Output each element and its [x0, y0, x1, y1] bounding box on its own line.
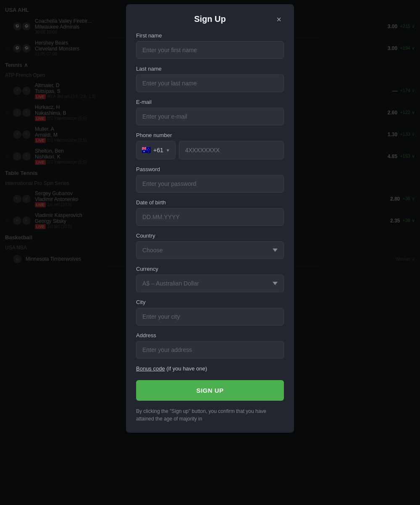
address-group: Address	[136, 332, 284, 359]
signup-modal: Sign Up × First name Last name E-mail Ph…	[126, 4, 294, 433]
email-label: E-mail	[136, 99, 284, 105]
last-name-input[interactable]	[136, 74, 284, 92]
bonus-code-suffix: (if you have one)	[165, 365, 207, 372]
address-input[interactable]	[136, 341, 284, 359]
email-input[interactable]	[136, 108, 284, 125]
last-name-label: Last name	[136, 66, 284, 72]
australia-flag-icon: 🇦🇺	[142, 145, 151, 155]
phone-group: Phone number 🇦🇺 +61 ▼	[136, 132, 284, 159]
modal-overlay: Sign Up × First name Last name E-mail Ph…	[0, 0, 420, 505]
currency-select[interactable]: A$ – Australian Dollar US Dollar Euro	[136, 275, 284, 292]
first-name-group: First name	[136, 32, 284, 59]
currency-group: Currency A$ – Australian Dollar US Dolla…	[136, 266, 284, 292]
bonus-code-link[interactable]: Bonus code	[136, 365, 165, 372]
phone-row: 🇦🇺 +61 ▼	[136, 141, 284, 159]
phone-country-selector[interactable]: 🇦🇺 +61 ▼	[136, 141, 176, 159]
dob-group: Date of birth	[136, 199, 284, 226]
city-group: City	[136, 299, 284, 325]
close-button[interactable]: ×	[274, 14, 284, 24]
phone-code: +61	[153, 147, 163, 153]
modal-title: Sign Up	[194, 14, 226, 24]
first-name-label: First name	[136, 32, 284, 39]
dob-input[interactable]	[136, 208, 284, 226]
address-label: Address	[136, 332, 284, 338]
currency-label: Currency	[136, 266, 284, 272]
country-select[interactable]: Choose Australia United States United Ki…	[136, 241, 284, 259]
chevron-down-icon: ▼	[166, 148, 170, 153]
email-group: E-mail	[136, 99, 284, 125]
password-group: Password	[136, 166, 284, 193]
first-name-input[interactable]	[136, 41, 284, 59]
password-input[interactable]	[136, 175, 284, 193]
city-input[interactable]	[136, 308, 284, 325]
country-group: Country Choose Australia United States U…	[136, 233, 284, 259]
password-label: Password	[136, 166, 284, 172]
city-label: City	[136, 299, 284, 305]
bonus-code-row: Bonus code (if you have one)	[136, 365, 284, 372]
country-label: Country	[136, 233, 284, 239]
phone-number-input[interactable]	[179, 141, 284, 159]
modal-header: Sign Up ×	[136, 14, 284, 24]
last-name-group: Last name	[136, 66, 284, 92]
signup-button[interactable]: SIGN UP	[136, 380, 284, 401]
phone-label: Phone number	[136, 132, 284, 138]
dob-label: Date of birth	[136, 199, 284, 206]
terms-text: By clicking the "Sign up" button, you co…	[136, 407, 284, 423]
